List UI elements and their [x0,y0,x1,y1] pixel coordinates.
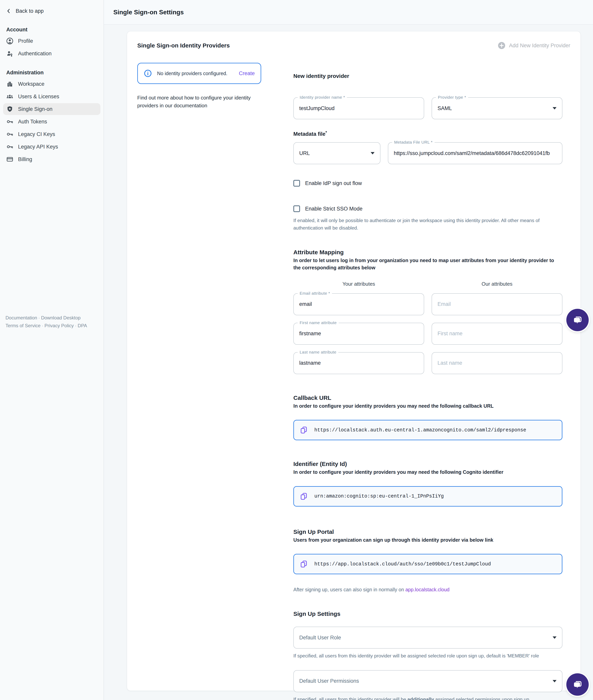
email-attribute-label: Email attribute * [298,291,332,296]
enable-strict-sso-label: Enable Strict SSO Mode [305,206,363,212]
metadata-file-url-input[interactable] [394,150,557,156]
sidebar-item-authentication[interactable]: Authentication [3,48,101,60]
sidebar-footer: Documentation·Download Desktop Terms of … [5,314,100,329]
sidebar: Back to app Account Profile Authenticati… [0,0,104,700]
strict-sso-help: If enabled, it will only be possible to … [293,217,562,232]
copy-icon [300,492,308,501]
download-desktop-link[interactable]: Download Desktop [41,315,80,320]
separator-dot: · [74,323,78,328]
signup-note: After signing up, users can also sign in… [293,587,562,592]
last-name-attribute-label: Last name attribute [298,350,338,355]
enable-idp-signout-checkbox[interactable] [293,180,300,187]
our-last-name-input[interactable] [437,360,557,366]
sidebar-item-label: Single Sign-on [18,106,52,112]
provider-type-label: Provider type * [436,95,468,100]
plus-circle-icon [498,42,506,49]
app-localstack-cloud-link[interactable]: app.localstack.cloud [405,587,449,592]
metadata-file-url-field: Metadata File URL * [388,142,562,164]
identifier-value: urn:amazon:cognito:sp:eu-central-1_IPnPs… [314,493,444,499]
dpa-link[interactable]: DPA [78,323,87,328]
chat-bubble-icon [572,315,583,326]
our-first-name-input[interactable] [437,331,557,337]
sidebar-item-users-licenses[interactable]: Users & Licenses [3,90,101,102]
chevron-left-icon [5,8,12,14]
sidebar-item-legacy-api-keys[interactable]: Legacy API Keys [3,141,101,153]
main-area: Single Sign-on Settings Single Sign-on I… [104,0,593,700]
key-icon [6,143,13,150]
sidebar-item-label: Billing [18,156,32,162]
chat-bubble-icon [572,679,583,690]
no-providers-alert: No identity providers configured. Create [137,63,261,84]
sidebar-item-label: Legacy CI Keys [18,131,55,137]
attribute-mapping-heading: Attribute Mapping [293,249,562,256]
add-new-identity-provider-label: Add New Identity Provider [509,43,570,49]
credit-card-icon [6,156,13,163]
create-link[interactable]: Create [239,70,255,76]
card-title: Single Sign-on Identity Providers [137,42,230,49]
default-user-role-value: Default User Role [299,635,341,641]
sidebar-item-billing[interactable]: Billing [3,153,101,165]
default-user-permissions-value: Default User Permissions [299,678,359,684]
chat-widget-button[interactable] [566,673,589,696]
privacy-link[interactable]: Privacy Policy [44,323,74,328]
first-name-attribute-label: First name attribute [298,320,339,325]
email-attribute-input[interactable] [299,301,418,307]
alert-text: No identity providers configured. [157,71,239,76]
sidebar-item-legacy-ci-keys[interactable]: Legacy CI Keys [3,128,101,140]
sidebar-item-label: Legacy API Keys [18,144,58,150]
separator-dot: · [41,323,44,328]
default-user-role-select[interactable]: Default User Role [293,627,562,649]
metadata-source-select[interactable]: URL [293,142,381,164]
our-last-name-field [432,352,562,374]
our-email-input[interactable] [437,301,557,307]
sidebar-section-account: Account [0,27,104,33]
form-heading: New identity provider [293,73,562,79]
last-name-attribute-input[interactable] [299,360,418,366]
back-to-app-button[interactable]: Back to app [0,0,104,16]
metadata-file-url-label: Metadata File URL * [392,140,435,145]
content-area: Single Sign-on Identity Providers Add Ne… [104,25,593,700]
callback-url-heading: Callback URL [293,395,562,401]
terms-link[interactable]: Terms of Service [5,323,41,328]
provider-list-column: No identity providers configured. Create… [137,63,261,110]
first-name-attribute-input[interactable] [299,331,418,337]
metadata-file-label: Metadata file* [293,130,562,137]
sidebar-section-administration: Administration [0,70,104,76]
enable-strict-sso-checkbox[interactable] [293,206,300,212]
sso-card: Single Sign-on Identity Providers Add Ne… [127,31,581,691]
identity-provider-name-label: Identity provider name * [298,95,347,100]
callback-url-copybox[interactable]: https://localstack.auth.eu-central-1.ama… [293,420,562,440]
default-user-permissions-select[interactable]: Default User Permissions [293,670,562,692]
person-key-icon [6,50,13,57]
signup-note-text: After signing up, users can also sign in… [293,587,405,592]
sidebar-item-profile[interactable]: Profile [3,35,101,47]
enable-idp-signout-label: Enable IdP sign out flow [305,180,362,186]
provider-type-value: SAML [437,105,452,111]
sidebar-item-label: Workspace [18,81,44,87]
chevron-down-icon [553,636,557,639]
page-title: Single Sign-on Settings [113,9,184,16]
identifier-copybox[interactable]: urn:amazon:cognito:sp:eu-central-1_IPnPs… [293,486,562,507]
chevron-down-icon [553,107,557,109]
provider-type-select[interactable]: Provider type * SAML [432,97,562,119]
sidebar-item-label: Auth Tokens [18,119,47,125]
new-identity-provider-form: New identity provider Identity provider … [293,73,562,700]
info-icon [144,69,152,77]
copy-icon [300,560,308,568]
identity-provider-name-input[interactable] [299,105,418,111]
separator-dot: · [37,315,41,320]
signup-portal-copybox[interactable]: https://app.localstack.cloud/auth/sso/1e… [293,554,562,574]
documentation-link[interactable]: Documentation [5,315,37,320]
default-user-role-help: If specified, all users from this identi… [293,652,562,660]
chevron-down-icon [370,152,374,154]
sidebar-item-single-sign-on[interactable]: Single Sign-on [3,103,101,115]
attribute-mapping-description: In order to let users log in from your o… [293,257,562,271]
signup-portal-heading: Sign Up Portal [293,528,562,535]
sidebar-item-auth-tokens[interactable]: Auth Tokens [3,116,101,127]
page-header: Single Sign-on Settings [104,0,593,25]
add-new-identity-provider-button[interactable]: Add New Identity Provider [498,42,570,49]
sidebar-item-workspace[interactable]: Workspace [3,78,101,90]
default-user-permissions-help: If specified, all users from this identi… [293,696,562,700]
chat-widget-button[interactable] [566,309,589,331]
identity-provider-name-field: Identity provider name * [293,97,424,119]
